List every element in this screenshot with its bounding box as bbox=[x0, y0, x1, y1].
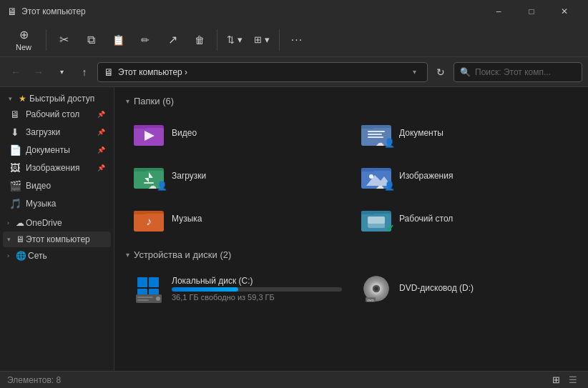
sidebar-item-desktop[interactable]: 🖥 Рабочий стол 📌 bbox=[3, 106, 111, 123]
cut-button[interactable]: ✂ bbox=[51, 27, 77, 53]
new-label: New bbox=[16, 43, 31, 51]
folder-item-downloads[interactable]: ☁👤 Загрузки bbox=[126, 156, 349, 195]
up-button[interactable]: ↑ bbox=[74, 62, 94, 82]
svg-rect-35 bbox=[137, 297, 153, 298]
this-computer-icon: 🖥 bbox=[16, 234, 24, 244]
folder-svg-video bbox=[133, 119, 165, 146]
svg-rect-12 bbox=[134, 168, 147, 171]
new-button[interactable]: ⊕ New bbox=[6, 26, 41, 54]
sidebar: ▾ ★ Быстрый доступ 🖥 Рабочий стол 📌 ⬇ За… bbox=[0, 87, 114, 371]
hdd-icon bbox=[133, 273, 165, 304]
svg-rect-7 bbox=[368, 131, 385, 132]
folder-item-video[interactable]: Видео bbox=[126, 114, 349, 152]
folder-name-desktop: Рабочий стол bbox=[399, 214, 453, 224]
forward-button[interactable]: → bbox=[29, 62, 49, 82]
folder-item-music[interactable]: ♪ Музыка bbox=[126, 199, 349, 238]
view-button[interactable]: ⊞ ▾ bbox=[249, 27, 275, 53]
address-bar: ← → ▾ ↑ 🖥 Этот компьютер › ▾ ↻ 🔍 Поиск: … bbox=[0, 57, 588, 87]
sidebar-item-music[interactable]: 🎵 Музыка bbox=[3, 195, 111, 212]
device-item-c-drive[interactable]: Локальный диск (C:) 36,1 ГБ свободно из … bbox=[126, 267, 349, 310]
back-button[interactable]: ← bbox=[6, 62, 26, 82]
sidebar-item-images[interactable]: 🖼 Изображения 📌 bbox=[3, 159, 111, 176]
quick-access-header[interactable]: ▾ ★ Быстрый доступ bbox=[3, 92, 111, 105]
refresh-button[interactable]: ↻ bbox=[431, 62, 451, 82]
pin-icon-dl: 📌 bbox=[97, 129, 105, 136]
c-drive-progress-bg bbox=[172, 287, 342, 292]
sidebar-item-desktop-label: Рабочий стол bbox=[26, 109, 93, 119]
onedrive-icon: ☁ bbox=[16, 218, 24, 228]
svg-rect-8 bbox=[368, 134, 382, 135]
sidebar-item-video[interactable]: 🎬 Видео bbox=[3, 177, 111, 194]
documents-icon: 📄 bbox=[9, 144, 21, 156]
folder-item-documents[interactable]: ☁👤 Документы bbox=[353, 114, 577, 152]
sidebar-item-onedrive[interactable]: › ☁ OneDrive bbox=[3, 215, 111, 231]
copy-button[interactable]: ⧉ bbox=[78, 27, 104, 53]
this-computer-label: Этот компьютер bbox=[26, 234, 90, 244]
sidebar-item-this-computer[interactable]: ▾ 🖥 Этот компьютер bbox=[3, 232, 111, 247]
address-icon: 🖥 bbox=[104, 66, 114, 78]
svg-rect-30 bbox=[149, 277, 159, 287]
sidebar-item-music-label: Музыка bbox=[26, 199, 105, 209]
folder-svg-music: ♪ bbox=[133, 205, 165, 232]
svg-point-40 bbox=[374, 287, 378, 290]
sidebar-item-downloads-label: Загрузки bbox=[26, 127, 93, 137]
c-drive-info: Локальный диск (C:) 36,1 ГБ свободно из … bbox=[172, 276, 342, 302]
share-button[interactable]: ↗ bbox=[160, 27, 185, 53]
folders-section-title[interactable]: ▾ Папки (6) bbox=[126, 96, 577, 106]
address-path: Этот компьютер › bbox=[118, 67, 403, 77]
devices-section-title[interactable]: ▾ Устройства и диски (2) bbox=[126, 249, 577, 260]
search-icon: 🔍 bbox=[460, 67, 471, 77]
quick-access-section: ▾ ★ Быстрый доступ 🖥 Рабочий стол 📌 ⬇ За… bbox=[0, 90, 114, 214]
folder-item-images[interactable]: ☁👤 Изображения bbox=[353, 156, 577, 195]
sidebar-item-network[interactable]: › 🌐 Сеть bbox=[3, 248, 111, 264]
svg-rect-17 bbox=[361, 168, 374, 171]
toolbar: ⊕ New ✂ ⧉ 📋 ✏ ↗ 🗑 ⇅ ▾ ⊞ ▾ ··· bbox=[0, 23, 588, 57]
network-icon: 🌐 bbox=[16, 251, 26, 261]
close-button[interactable]: ✕ bbox=[548, 0, 581, 23]
maximize-button[interactable]: □ bbox=[515, 0, 548, 23]
folder-item-desktop[interactable]: ✔ Рабочий стол bbox=[353, 199, 577, 238]
view-buttons: ⊞ ☰ bbox=[548, 373, 581, 387]
paste-button[interactable]: 📋 bbox=[105, 27, 131, 53]
svg-rect-6 bbox=[361, 125, 374, 129]
more-button[interactable]: ··· bbox=[284, 27, 310, 53]
c-drive-space: 36,1 ГБ свободно из 59,3 ГБ bbox=[172, 293, 342, 302]
video-icon: 🎬 bbox=[9, 180, 21, 191]
sidebar-item-images-label: Изображения bbox=[26, 163, 93, 173]
sidebar-item-documents-label: Документы bbox=[26, 145, 93, 155]
folder-icon-wrap-music: ♪ bbox=[133, 205, 165, 232]
toolbar-separator-1 bbox=[46, 29, 46, 51]
onedrive-expand-icon: › bbox=[7, 219, 14, 227]
sidebar-item-downloads[interactable]: ⬇ Загрузки 📌 bbox=[3, 124, 111, 141]
status-elements-count: Элементов: 8 bbox=[7, 375, 61, 385]
title-bar: 🖥 Этот компьютер – □ ✕ bbox=[0, 0, 588, 23]
pin-icon-img: 📌 bbox=[97, 164, 105, 171]
view-list-button[interactable]: ☰ bbox=[565, 373, 581, 387]
delete-button[interactable]: 🗑 bbox=[187, 27, 212, 53]
device-icon-wrap-c bbox=[133, 273, 165, 304]
minimize-button[interactable]: – bbox=[482, 0, 515, 23]
rename-button[interactable]: ✏ bbox=[132, 27, 158, 53]
desktop-icon: 🖥 bbox=[9, 109, 21, 120]
new-icon: ⊕ bbox=[19, 28, 29, 41]
star-icon: ★ bbox=[19, 94, 26, 104]
title-bar-icon: 🖥 bbox=[7, 6, 17, 17]
dropdown-nav-button[interactable]: ▾ bbox=[52, 62, 72, 82]
address-dropdown-icon: ▾ bbox=[407, 68, 421, 76]
address-field[interactable]: 🖥 Этот компьютер › ▾ bbox=[97, 62, 428, 82]
sidebar-item-documents[interactable]: 📄 Документы 📌 bbox=[3, 141, 111, 159]
cloud-badge-img: ☁👤 bbox=[376, 181, 395, 191]
onedrive-label: OneDrive bbox=[26, 218, 62, 228]
device-item-d-drive[interactable]: DVD DVD-дисковод (D:) bbox=[353, 267, 577, 310]
devices-grid: Локальный диск (C:) 36,1 ГБ свободно из … bbox=[126, 267, 577, 310]
cloud-badge-docs: ☁👤 bbox=[376, 138, 395, 148]
sort-button[interactable]: ⇅ ▾ bbox=[222, 27, 248, 53]
status-bar: Элементов: 8 ⊞ ☰ bbox=[0, 371, 588, 388]
view-large-grid-button[interactable]: ⊞ bbox=[548, 373, 564, 387]
folder-icon-wrap-documents: ☁👤 bbox=[361, 119, 392, 146]
search-field[interactable]: 🔍 Поиск: Этот комп... bbox=[454, 62, 582, 82]
toolbar-separator-3 bbox=[279, 29, 280, 51]
check-badge-desktop: ✔ bbox=[386, 222, 395, 234]
svg-rect-2 bbox=[134, 125, 147, 129]
svg-text:♪: ♪ bbox=[146, 215, 152, 227]
